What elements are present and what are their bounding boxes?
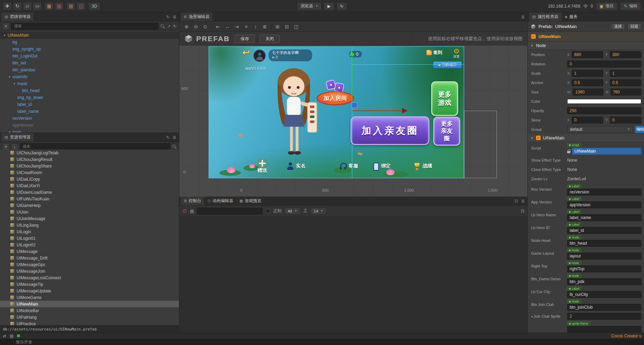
- asset-item-UINoticeBar[interactable]: UINoticeBar: [0, 307, 179, 314]
- tab-assets[interactable]: ▤ 资源管理器: [1, 133, 34, 142]
- gizmo-y-arrowhead[interactable]: [349, 51, 354, 56]
- hierarchy-node-img_hp_down[interactable]: img_hp_down: [0, 94, 179, 101]
- group-edit-button[interactable]: 编辑: [635, 126, 644, 133]
- toolbar-plugin-icon-3[interactable]: ▤: [66, 2, 75, 10]
- asset-item-UIDownLoadGame[interactable]: UIDownLoadGame: [0, 189, 179, 196]
- asset-item-UIMessage[interactable]: UIMessage: [0, 248, 179, 255]
- collapse-arrow-icon[interactable]: ▼: [530, 136, 534, 140]
- tab-inspector[interactable]: ▤ 属性检查器: [529, 12, 561, 21]
- collapse-arrow-icon[interactable]: ▼: [530, 44, 534, 47]
- tab-services[interactable]: ◈ 服务: [561, 12, 580, 21]
- panel-menu-icon[interactable]: ≣: [173, 135, 176, 140]
- search-icon[interactable]: [172, 144, 176, 149]
- toolbar-plugin-icon-1[interactable]: ▦: [45, 2, 54, 10]
- hierarchy-node-btn_LoginOut[interactable]: btn_LoginOut: [0, 53, 179, 60]
- ref-field[interactable]: btn_pdk: [567, 278, 641, 285]
- toolbar-plugin-icon-4[interactable]: ◫: [76, 2, 85, 10]
- number-input[interactable]: 255: [567, 107, 641, 114]
- project-button[interactable]: ▣ 项目: [596, 2, 617, 10]
- menu-item-service[interactable]: 客服: [339, 162, 358, 170]
- scene-view[interactable]: PREFAB 保存 关闭 使用鼠标右键平移视窗焦点，使用滚轮缩放视图 500 0…: [179, 32, 527, 197]
- refresh-preview-button[interactable]: ↻: [336, 2, 347, 10]
- align-top-icon[interactable]: ≡: [243, 24, 249, 29]
- panel-menu-icon[interactable]: ≣: [521, 15, 525, 19]
- asset-item-UIMoreGame[interactable]: UIMoreGame: [0, 294, 179, 301]
- gizmo-x-axis[interactable]: [352, 110, 403, 111]
- expand-arrow-icon[interactable]: ▾: [531, 315, 534, 318]
- ref-field[interactable]: label_name: [567, 214, 641, 221]
- asset-item-UIChouJiangResult[interactable]: UIChouJiangResult: [0, 156, 179, 163]
- asset-item-UILogin[interactable]: UILogin: [0, 228, 179, 235]
- center-vertical-icon[interactable]: ↕: [252, 24, 258, 29]
- gizmo-xy-handle[interactable]: [352, 102, 357, 108]
- menu-item-records[interactable]: 战绩: [413, 162, 432, 170]
- close-prefab-button[interactable]: 关闭: [260, 35, 280, 43]
- panel-menu-icon[interactable]: ≣: [521, 199, 525, 203]
- tab-animation-editor[interactable]: ◷ 动画编辑器: [204, 197, 236, 205]
- asset-item-UIChouJiangShare[interactable]: UIChouJiangShare: [0, 163, 179, 169]
- asset-item-UIJoin[interactable]: UIJoin: [0, 209, 179, 215]
- number-input[interactable]: 1: [572, 70, 603, 77]
- asset-item-UIMessageLostConnect[interactable]: UIMessageLostConnect: [0, 274, 179, 281]
- font-size-select[interactable]: 14 ▼: [311, 208, 326, 215]
- number-input[interactable]: 0.5: [610, 79, 641, 86]
- asset-item-UIMessageUpdate[interactable]: UIMessageUpdate: [0, 288, 179, 294]
- number-input[interactable]: 380: [610, 51, 641, 58]
- ref-field[interactable]: layout: [567, 253, 641, 260]
- center-horizontal-icon[interactable]: ↔: [224, 24, 230, 29]
- hierarchy-node-appVersion[interactable]: appVersion: [0, 122, 179, 129]
- number-input[interactable]: 680: [572, 51, 603, 58]
- tab-game-preview[interactable]: ▦ 游戏预览: [236, 197, 264, 205]
- script-ref-field[interactable]: UINewMain: [572, 148, 641, 155]
- number-input[interactable]: 0: [610, 117, 641, 124]
- zoom-out-icon[interactable]: ⊖: [193, 24, 199, 29]
- expand-arrow-icon[interactable]: ▾: [3, 34, 7, 37]
- expand-arrow-icon[interactable]: ▾: [8, 130, 11, 133]
- asset-item-UICreatRoom[interactable]: UICreatRoom: [0, 169, 179, 176]
- asset-item-UILogin01[interactable]: UILogin01: [0, 235, 179, 242]
- zoom-in-icon[interactable]: ⊕: [183, 24, 190, 29]
- player-avatar[interactable]: [253, 49, 266, 62]
- asset-item-UIFuWuTiaoKuan[interactable]: UIFuWuTiaoKuan: [0, 196, 179, 202]
- hierarchy-search-input[interactable]: 搜索: [11, 23, 158, 30]
- hierarchy-node-main[interactable]: ▾main: [0, 129, 179, 133]
- asset-item-UINewMain[interactable]: UINewMain: [0, 301, 179, 307]
- panel-menu-icon[interactable]: ≣: [173, 15, 176, 19]
- node-section-header[interactable]: ▼ Node: [528, 42, 644, 50]
- asset-item-UILogin02[interactable]: UILogin02: [0, 242, 179, 248]
- asset-item-UIPaiHang[interactable]: UIPaiHang: [0, 314, 179, 320]
- number-input[interactable]: 1: [610, 70, 641, 77]
- node-active-checkbox[interactable]: ✓: [531, 34, 536, 39]
- log-level-select[interactable]: All ▼: [284, 208, 300, 215]
- hierarchy-node-label_id[interactable]: label_id: [0, 101, 179, 108]
- menu-item-bind[interactable]: 绑定: [372, 162, 391, 170]
- ref-field[interactable]: label_id: [567, 227, 641, 234]
- ref-field[interactable]: lb_curCity: [567, 291, 641, 298]
- more-club-button[interactable]: 更多亲友圈: [433, 117, 460, 146]
- menu-item-gift[interactable]: 赠送: [257, 160, 267, 174]
- component-section-header[interactable]: ▼ ✓ UINewMain: [528, 134, 644, 142]
- hierarchy-node-btn_set[interactable]: btn_set: [0, 60, 179, 66]
- asset-item-UIMessage_Drift[interactable]: UIMessage_Drift: [0, 255, 179, 261]
- more-games-button[interactable]: 更多游戏: [431, 81, 458, 116]
- hierarchy-node-btn_qiandao[interactable]: btn_qiandao: [0, 66, 179, 73]
- hierarchy-node-mask[interactable]: ▾mask: [0, 80, 179, 87]
- 3d-toggle-button[interactable]: 3D: [88, 2, 100, 10]
- ref-field[interactable]: [567, 326, 641, 333]
- number-input[interactable]: 0.5: [572, 79, 603, 86]
- current-city-banner[interactable]: ◆ 当前城市: [433, 61, 462, 69]
- toolbar-plugin-icon-2[interactable]: ▨: [55, 2, 64, 10]
- locate-icon[interactable]: ↗: [167, 24, 171, 29]
- console-filter-input[interactable]: [197, 208, 263, 215]
- rotate-tool-button[interactable]: ↻: [13, 2, 22, 10]
- tab-scene-editor[interactable]: ⊞ 场景编辑器: [181, 12, 212, 21]
- add-asset-button[interactable]: +: [2, 143, 9, 150]
- log-file-icon[interactable]: ▤: [190, 209, 194, 214]
- tab-console[interactable]: ≣ 控制台: [181, 197, 204, 205]
- ref-field[interactable]: btn_joinClub: [567, 304, 641, 311]
- asset-item-UIMessageGps[interactable]: UIMessageGps: [0, 261, 179, 268]
- play-button[interactable]: ▶: [324, 2, 334, 10]
- preview-target-select[interactable]: 浏览器 ▼: [297, 2, 322, 10]
- asset-item-UIPractice[interactable]: UIPractice: [0, 320, 179, 325]
- zoom-reset-icon[interactable]: ⊙: [202, 24, 208, 29]
